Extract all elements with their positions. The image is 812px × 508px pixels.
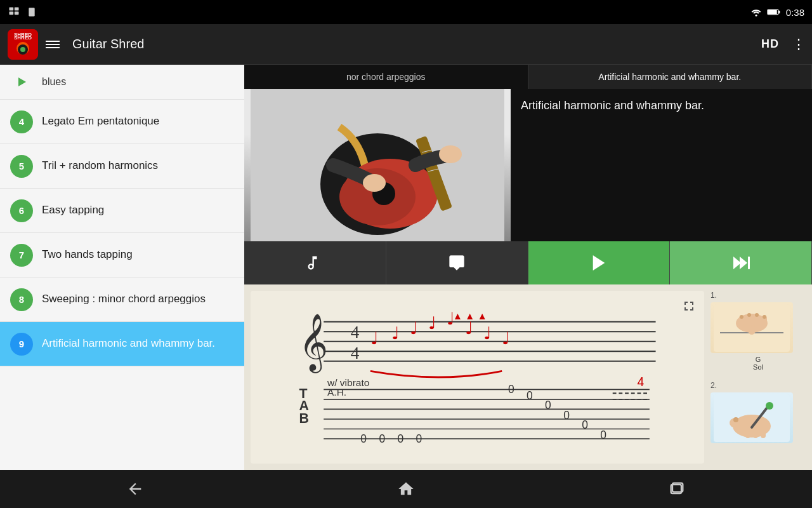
svg-rect-4 (29, 8, 34, 16)
sidebar-item-7[interactable]: 7 Two hands tapping (0, 233, 244, 277)
app-bar: SHRED Guitar Shred HD ⋮ (0, 24, 812, 65)
svg-text:0: 0 (545, 399, 551, 411)
phone-icon (27, 7, 37, 17)
sidebar-item-6[interactable]: 6 Easy tapping (0, 189, 244, 233)
svg-point-81 (740, 315, 743, 319)
svg-point-24 (363, 174, 386, 192)
svg-text:▲: ▲ (453, 311, 462, 321)
svg-point-25 (439, 145, 462, 163)
more-options-icon[interactable]: ⋮ (792, 36, 804, 53)
svg-rect-88 (745, 429, 750, 438)
svg-text:▲: ▲ (478, 311, 487, 321)
svg-text:♩: ♩ (391, 323, 400, 343)
app-icon: SHRED (8, 29, 38, 60)
diagram-image-2 (710, 392, 793, 443)
sidebar: blues 4 Legato Em pentatonique 5 Tril + … (0, 65, 244, 470)
status-bar: 0:38 (0, 0, 812, 24)
sidebar-label-6: Easy tapping (42, 203, 104, 217)
sidebar-item-8[interactable]: 8 Sweeping : minor chord arpeggios (0, 277, 244, 322)
status-left (8, 6, 37, 18)
svg-text:4: 4 (351, 344, 360, 363)
svg-point-5 (755, 15, 757, 17)
video-tab-1[interactable]: nor chord arpeggios (244, 65, 528, 89)
play-button[interactable] (528, 241, 671, 284)
battery-icon (767, 8, 781, 17)
svg-point-93 (733, 417, 738, 422)
svg-marker-14 (18, 77, 26, 86)
sidebar-item-9[interactable]: 9 Artificial harmonic and whammy bar. (0, 322, 244, 366)
svg-point-92 (766, 402, 773, 410)
status-time: 0:38 (786, 7, 804, 18)
svg-point-82 (747, 313, 751, 317)
svg-text:0: 0 (416, 432, 422, 445)
svg-text:♩: ♩ (502, 328, 510, 348)
svg-point-80 (749, 330, 755, 335)
item-badge-5: 5 (10, 155, 33, 178)
hd-badge[interactable]: HD (761, 37, 779, 51)
svg-text:0: 0 (527, 389, 533, 402)
svg-rect-90 (761, 431, 766, 438)
expand-button[interactable] (679, 296, 699, 316)
home-button[interactable] (387, 470, 425, 508)
video-main: Artificial harmonic and whammy bar. (244, 89, 812, 241)
sidebar-label-4: Legato Em pentatonique (42, 114, 159, 128)
note-label-g: GSol (753, 356, 763, 371)
svg-rect-89 (753, 429, 758, 438)
svg-text:▲: ▲ (465, 311, 475, 321)
svg-text:A.H.: A.H. (327, 387, 346, 398)
svg-text:♩: ♩ (370, 328, 379, 348)
music-notes-button[interactable] (244, 241, 386, 284)
sidebar-item-4[interactable]: 4 Legato Em pentatonique (0, 100, 244, 144)
svg-text:0: 0 (360, 432, 367, 445)
slow-play-button[interactable] (670, 241, 812, 284)
svg-rect-0 (10, 8, 14, 11)
item-badge-7: 7 (10, 244, 33, 267)
guitar-player-image (244, 89, 511, 241)
back-button[interactable] (116, 470, 154, 508)
video-title: Artificial harmonic and whammy bar. (521, 99, 704, 112)
svg-rect-8 (778, 11, 780, 14)
recent-apps-button[interactable] (658, 470, 696, 508)
diagram-section: 1. (710, 291, 806, 464)
hamburger-menu-icon[interactable] (46, 41, 60, 48)
sidebar-item-5[interactable]: 5 Tril + random harmonics (0, 144, 244, 189)
diagram-label-2: 2. (710, 381, 806, 390)
music-notation-svg: 𝄞 4 4 ♩ ♩ ♩ ♩ ♩ ♩ ♩ (257, 297, 698, 457)
svg-rect-1 (15, 8, 19, 11)
svg-marker-26 (593, 255, 605, 271)
svg-text:𝄞: 𝄞 (299, 314, 328, 373)
svg-rect-2 (10, 11, 14, 15)
bottom-nav (0, 470, 812, 508)
status-right: 0:38 (750, 7, 804, 18)
svg-point-84 (763, 315, 766, 319)
tab-section: 𝄞 4 4 ♩ ♩ ♩ ♩ ♩ ♩ ♩ (244, 284, 812, 470)
diagram-label-1: 1. (710, 291, 806, 300)
wifi-icon (750, 8, 762, 17)
svg-text:♩: ♩ (410, 318, 418, 338)
svg-text:0: 0 (563, 409, 570, 422)
svg-text:0: 0 (398, 432, 404, 445)
tab1-label: nor chord arpeggios (346, 72, 426, 82)
controls-bar (244, 241, 812, 284)
svg-marker-28 (740, 257, 747, 269)
app-bar-actions: HD ⋮ (761, 36, 804, 53)
right-panel: nor chord arpeggios Artificial harmonic … (244, 65, 812, 470)
diagram-image-1 (710, 302, 793, 353)
video-thumbnail (244, 89, 511, 241)
comment-button[interactable] (386, 241, 528, 284)
item-badge-6: 6 (10, 199, 33, 222)
video-tab-2[interactable]: Artificial harmonic and whammy bar. (528, 65, 813, 89)
svg-text:B: B (299, 411, 308, 426)
svg-point-13 (20, 47, 25, 52)
svg-text:0: 0 (582, 418, 588, 431)
svg-text:4: 4 (351, 323, 360, 342)
sidebar-item-0[interactable]: blues (0, 65, 244, 100)
svg-text:SHRED: SHRED (14, 35, 32, 41)
item-badge-0 (10, 70, 33, 93)
video-header: nor chord arpeggios Artificial harmonic … (244, 65, 812, 89)
svg-text:0: 0 (600, 429, 606, 441)
svg-text:♩: ♩ (428, 313, 436, 333)
video-info: Artificial harmonic and whammy bar. (511, 89, 812, 241)
svg-text:0: 0 (379, 432, 385, 445)
sidebar-label-8: Sweeping : minor chord arpeggios (42, 292, 206, 306)
